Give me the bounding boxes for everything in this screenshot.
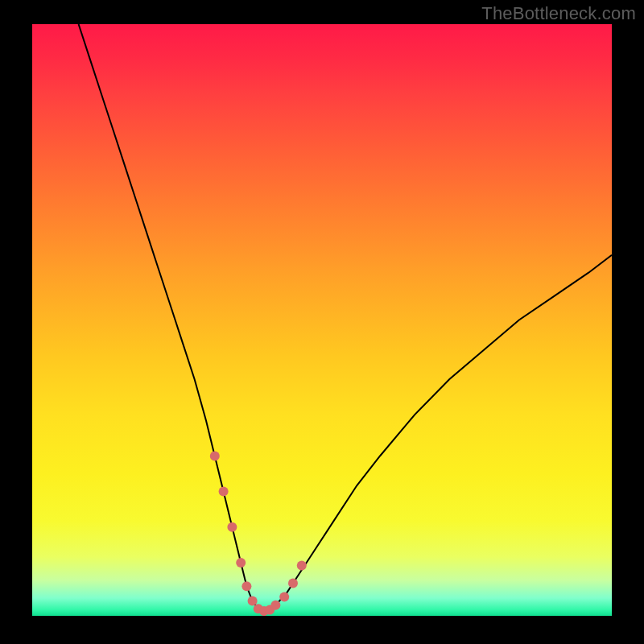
- highlight-dot: [236, 558, 246, 568]
- highlight-dot: [248, 597, 258, 606]
- highlight-dot: [270, 601, 280, 610]
- chart-frame: TheBottleneck.com: [0, 0, 644, 644]
- highlight-dot: [288, 579, 298, 588]
- highlight-dot: [242, 581, 251, 591]
- highlight-dot: [210, 452, 220, 461]
- highlight-dot: [297, 561, 307, 571]
- plot-area: [32, 24, 612, 616]
- bottleneck-curve: [79, 24, 612, 611]
- highlight-dot: [219, 487, 229, 497]
- watermark-text: TheBottleneck.com: [481, 3, 636, 24]
- highlight-dot: [279, 592, 289, 602]
- highlight-dot: [227, 522, 237, 532]
- curve-svg: [32, 24, 612, 616]
- highlight-dots: [210, 452, 307, 617]
